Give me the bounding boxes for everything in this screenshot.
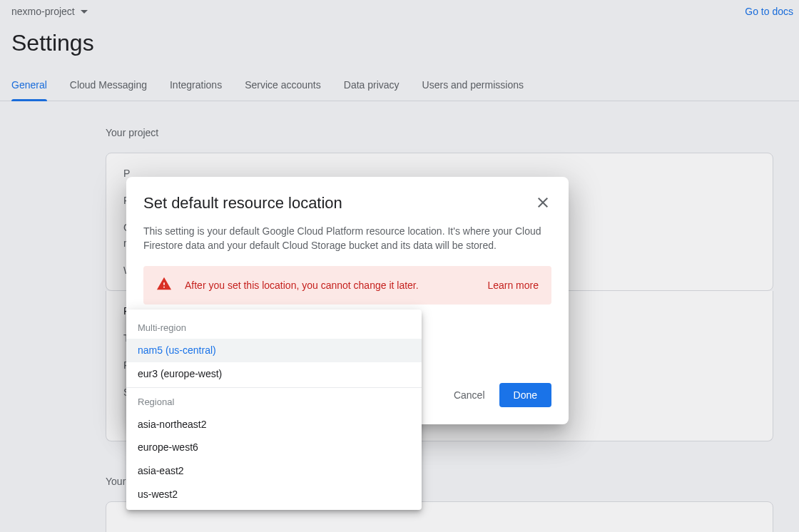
dropdown-option-eur3[interactable]: eur3 (europe-west) <box>126 362 422 386</box>
dropdown-option-asia-northeast2[interactable]: asia-northeast2 <box>126 413 422 436</box>
dialog-title: Set default resource location <box>143 194 342 213</box>
location-dropdown: Multi-region nam5 (us-central) eur3 (eur… <box>126 310 422 510</box>
warning-text: After you set this location, you cannot … <box>185 280 474 291</box>
dropdown-option-europe-west6[interactable]: europe-west6 <box>126 436 422 459</box>
learn-more-link[interactable]: Learn more <box>487 280 539 291</box>
close-icon[interactable] <box>534 194 551 211</box>
done-button[interactable]: Done <box>499 383 551 407</box>
dropdown-group-regional: Regional <box>126 388 422 413</box>
dropdown-option-asia-east2[interactable]: asia-east2 <box>126 459 422 483</box>
dropdown-option-nam5[interactable]: nam5 (us-central) <box>126 339 422 362</box>
dropdown-option-us-west2[interactable]: us-west2 <box>126 483 422 506</box>
warning-banner: After you set this location, you cannot … <box>143 266 551 305</box>
dialog-description: This setting is your default Google Clou… <box>143 224 551 253</box>
dropdown-group-multi-region: Multi-region <box>126 314 422 339</box>
warning-icon <box>156 276 172 295</box>
cancel-button[interactable]: Cancel <box>454 389 485 401</box>
